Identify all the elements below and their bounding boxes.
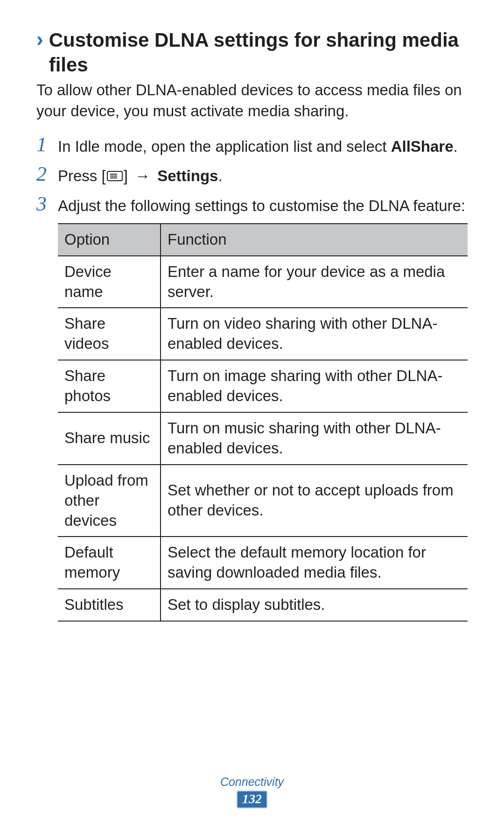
table-row: Share music Turn on music sharing with o…: [58, 412, 468, 465]
cell-option: Share music: [58, 412, 161, 465]
menu-icon: [107, 166, 123, 187]
step-2: 2 Press [] → Settings.: [36, 164, 468, 188]
table-row: Share photos Turn on image sharing with …: [58, 360, 468, 412]
table-header-row: Option Function: [58, 224, 468, 256]
cell-option: Share photos: [58, 360, 161, 412]
table-row: Default memory Select the default memory…: [58, 537, 468, 589]
step-number: 2: [36, 164, 58, 184]
step-body: Press [] → Settings.: [58, 164, 223, 188]
step-number: 1: [36, 134, 58, 155]
arrow-right-icon: →: [135, 167, 154, 184]
table-row: Subtitles Set to display subtitles.: [58, 589, 468, 621]
step-text-bracket: ]: [124, 167, 132, 184]
cell-function: Enter a name for your device as a media …: [161, 256, 468, 308]
header-option: Option: [58, 224, 161, 256]
cell-function: Turn on image sharing with other DLNA-en…: [161, 360, 468, 412]
cell-option: Default memory: [58, 537, 161, 589]
table-row: Upload from other devices Set whether or…: [58, 465, 468, 537]
step-number: 3: [36, 194, 58, 214]
page-number-badge: 132: [237, 791, 267, 808]
header-function: Function: [161, 224, 468, 256]
step-bold: Settings: [157, 167, 218, 184]
step-body: Adjust the following settings to customi…: [58, 194, 465, 217]
step-body: In Idle mode, open the application list …: [58, 134, 458, 157]
step-text: In Idle mode, open the application list …: [58, 138, 391, 155]
cell-function: Turn on music sharing with other DLNA-en…: [161, 412, 468, 465]
cell-function: Turn on video sharing with other DLNA-en…: [161, 308, 468, 360]
settings-table: Option Function Device name Enter a name…: [58, 223, 468, 622]
table-row: Device name Enter a name for your device…: [58, 256, 468, 308]
cell-function: Select the default memory location for s…: [161, 537, 468, 589]
cell-option: Share videos: [58, 308, 161, 360]
chevron-right-icon: ›: [36, 28, 43, 50]
step-3: 3 Adjust the following settings to custo…: [36, 194, 468, 217]
cell-option: Subtitles: [58, 589, 161, 621]
step-post: .: [218, 167, 222, 184]
table-row: Share videos Turn on video sharing with …: [58, 308, 468, 360]
footer-section-label: Connectivity: [0, 775, 504, 789]
section-heading: › Customise DLNA settings for sharing me…: [36, 28, 468, 77]
heading-text: Customise DLNA settings for sharing medi…: [49, 28, 468, 77]
intro-paragraph: To allow other DLNA-enabled devices to a…: [36, 80, 468, 121]
step-bold: AllShare: [391, 138, 454, 155]
step-post: .: [454, 138, 458, 155]
page-footer: Connectivity 132: [0, 775, 504, 808]
cell-option: Device name: [58, 256, 161, 308]
cell-function: Set whether or not to accept uploads fro…: [161, 465, 468, 537]
cell-option: Upload from other devices: [58, 465, 161, 537]
step-text-pre: Press [: [58, 167, 106, 184]
step-1: 1 In Idle mode, open the application lis…: [36, 134, 468, 157]
cell-function: Set to display subtitles.: [161, 589, 468, 621]
